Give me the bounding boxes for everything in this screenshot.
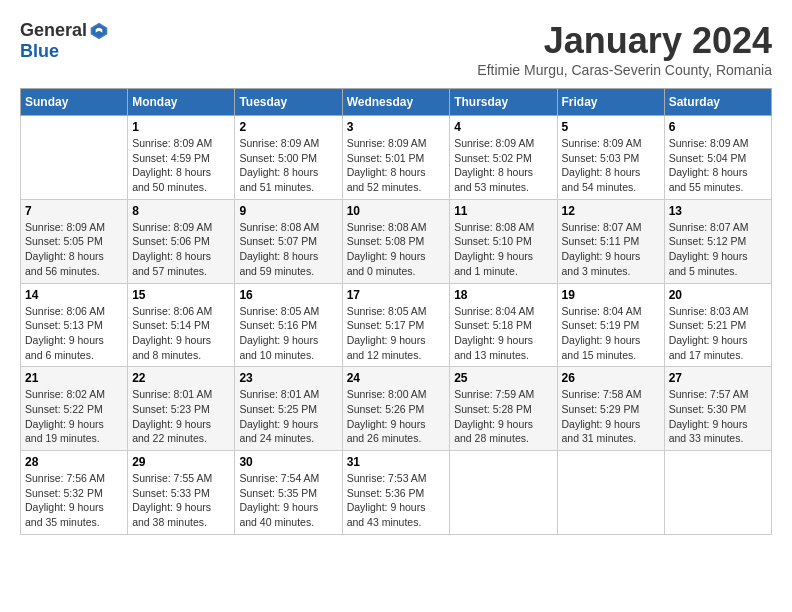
table-row: 17Sunrise: 8:05 AMSunset: 5:17 PMDayligh… (342, 283, 450, 367)
table-row: 13Sunrise: 8:07 AMSunset: 5:12 PMDayligh… (664, 199, 771, 283)
day-info: Sunrise: 8:09 AMSunset: 5:05 PMDaylight:… (25, 220, 123, 279)
day-info: Sunrise: 8:04 AMSunset: 5:19 PMDaylight:… (562, 304, 660, 363)
day-info: Sunrise: 7:53 AMSunset: 5:36 PMDaylight:… (347, 471, 446, 530)
day-number: 30 (239, 455, 337, 469)
day-info: Sunrise: 8:06 AMSunset: 5:13 PMDaylight:… (25, 304, 123, 363)
day-number: 15 (132, 288, 230, 302)
day-number: 6 (669, 120, 767, 134)
day-number: 2 (239, 120, 337, 134)
day-number: 29 (132, 455, 230, 469)
table-row (21, 116, 128, 200)
table-row: 8Sunrise: 8:09 AMSunset: 5:06 PMDaylight… (128, 199, 235, 283)
day-info: Sunrise: 8:09 AMSunset: 5:00 PMDaylight:… (239, 136, 337, 195)
day-number: 8 (132, 204, 230, 218)
day-number: 18 (454, 288, 552, 302)
table-row: 25Sunrise: 7:59 AMSunset: 5:28 PMDayligh… (450, 367, 557, 451)
logo-general-text: General (20, 20, 87, 41)
day-info: Sunrise: 8:09 AMSunset: 5:02 PMDaylight:… (454, 136, 552, 195)
calendar-week-row: 14Sunrise: 8:06 AMSunset: 5:13 PMDayligh… (21, 283, 772, 367)
day-info: Sunrise: 8:05 AMSunset: 5:17 PMDaylight:… (347, 304, 446, 363)
day-number: 4 (454, 120, 552, 134)
table-row: 28Sunrise: 7:56 AMSunset: 5:32 PMDayligh… (21, 451, 128, 535)
day-info: Sunrise: 8:00 AMSunset: 5:26 PMDaylight:… (347, 387, 446, 446)
day-info: Sunrise: 8:08 AMSunset: 5:08 PMDaylight:… (347, 220, 446, 279)
day-number: 23 (239, 371, 337, 385)
calendar-week-row: 1Sunrise: 8:09 AMSunset: 4:59 PMDaylight… (21, 116, 772, 200)
table-row: 22Sunrise: 8:01 AMSunset: 5:23 PMDayligh… (128, 367, 235, 451)
day-number: 22 (132, 371, 230, 385)
table-row: 6Sunrise: 8:09 AMSunset: 5:04 PMDaylight… (664, 116, 771, 200)
day-number: 14 (25, 288, 123, 302)
table-row (557, 451, 664, 535)
day-number: 12 (562, 204, 660, 218)
day-number: 26 (562, 371, 660, 385)
day-number: 28 (25, 455, 123, 469)
day-number: 9 (239, 204, 337, 218)
day-number: 11 (454, 204, 552, 218)
header-wednesday: Wednesday (342, 89, 450, 116)
day-info: Sunrise: 8:09 AMSunset: 5:04 PMDaylight:… (669, 136, 767, 195)
calendar-table: Sunday Monday Tuesday Wednesday Thursday… (20, 88, 772, 535)
day-info: Sunrise: 7:56 AMSunset: 5:32 PMDaylight:… (25, 471, 123, 530)
title-section: January 2024 Eftimie Murgu, Caras-Severi… (477, 20, 772, 78)
day-info: Sunrise: 8:08 AMSunset: 5:07 PMDaylight:… (239, 220, 337, 279)
table-row: 5Sunrise: 8:09 AMSunset: 5:03 PMDaylight… (557, 116, 664, 200)
calendar-week-row: 7Sunrise: 8:09 AMSunset: 5:05 PMDaylight… (21, 199, 772, 283)
table-row: 26Sunrise: 7:58 AMSunset: 5:29 PMDayligh… (557, 367, 664, 451)
header-monday: Monday (128, 89, 235, 116)
table-row: 27Sunrise: 7:57 AMSunset: 5:30 PMDayligh… (664, 367, 771, 451)
table-row: 1Sunrise: 8:09 AMSunset: 4:59 PMDaylight… (128, 116, 235, 200)
table-row: 14Sunrise: 8:06 AMSunset: 5:13 PMDayligh… (21, 283, 128, 367)
header-thursday: Thursday (450, 89, 557, 116)
table-row: 16Sunrise: 8:05 AMSunset: 5:16 PMDayligh… (235, 283, 342, 367)
table-row: 2Sunrise: 8:09 AMSunset: 5:00 PMDaylight… (235, 116, 342, 200)
logo-icon (89, 21, 109, 41)
logo-blue-text: Blue (20, 41, 59, 62)
calendar-week-row: 28Sunrise: 7:56 AMSunset: 5:32 PMDayligh… (21, 451, 772, 535)
day-info: Sunrise: 7:55 AMSunset: 5:33 PMDaylight:… (132, 471, 230, 530)
day-info: Sunrise: 7:54 AMSunset: 5:35 PMDaylight:… (239, 471, 337, 530)
logo: General Blue (20, 20, 109, 62)
day-number: 21 (25, 371, 123, 385)
day-number: 25 (454, 371, 552, 385)
page-header: General Blue January 2024 Eftimie Murgu,… (20, 20, 772, 78)
day-info: Sunrise: 8:09 AMSunset: 5:06 PMDaylight:… (132, 220, 230, 279)
day-number: 13 (669, 204, 767, 218)
header-friday: Friday (557, 89, 664, 116)
day-number: 24 (347, 371, 446, 385)
table-row: 30Sunrise: 7:54 AMSunset: 5:35 PMDayligh… (235, 451, 342, 535)
day-number: 1 (132, 120, 230, 134)
table-row: 23Sunrise: 8:01 AMSunset: 5:25 PMDayligh… (235, 367, 342, 451)
table-row: 3Sunrise: 8:09 AMSunset: 5:01 PMDaylight… (342, 116, 450, 200)
month-title: January 2024 (477, 20, 772, 62)
table-row: 4Sunrise: 8:09 AMSunset: 5:02 PMDaylight… (450, 116, 557, 200)
day-number: 7 (25, 204, 123, 218)
day-number: 31 (347, 455, 446, 469)
table-row: 11Sunrise: 8:08 AMSunset: 5:10 PMDayligh… (450, 199, 557, 283)
day-number: 5 (562, 120, 660, 134)
day-info: Sunrise: 8:02 AMSunset: 5:22 PMDaylight:… (25, 387, 123, 446)
header-saturday: Saturday (664, 89, 771, 116)
table-row: 19Sunrise: 8:04 AMSunset: 5:19 PMDayligh… (557, 283, 664, 367)
table-row: 15Sunrise: 8:06 AMSunset: 5:14 PMDayligh… (128, 283, 235, 367)
table-row: 24Sunrise: 8:00 AMSunset: 5:26 PMDayligh… (342, 367, 450, 451)
day-info: Sunrise: 8:04 AMSunset: 5:18 PMDaylight:… (454, 304, 552, 363)
calendar-header-row: Sunday Monday Tuesday Wednesday Thursday… (21, 89, 772, 116)
table-row: 12Sunrise: 8:07 AMSunset: 5:11 PMDayligh… (557, 199, 664, 283)
table-row: 20Sunrise: 8:03 AMSunset: 5:21 PMDayligh… (664, 283, 771, 367)
day-info: Sunrise: 7:58 AMSunset: 5:29 PMDaylight:… (562, 387, 660, 446)
subtitle: Eftimie Murgu, Caras-Severin County, Rom… (477, 62, 772, 78)
day-info: Sunrise: 7:59 AMSunset: 5:28 PMDaylight:… (454, 387, 552, 446)
table-row: 9Sunrise: 8:08 AMSunset: 5:07 PMDaylight… (235, 199, 342, 283)
header-tuesday: Tuesday (235, 89, 342, 116)
header-sunday: Sunday (21, 89, 128, 116)
day-number: 19 (562, 288, 660, 302)
day-info: Sunrise: 8:08 AMSunset: 5:10 PMDaylight:… (454, 220, 552, 279)
day-info: Sunrise: 8:01 AMSunset: 5:25 PMDaylight:… (239, 387, 337, 446)
day-info: Sunrise: 7:57 AMSunset: 5:30 PMDaylight:… (669, 387, 767, 446)
table-row: 31Sunrise: 7:53 AMSunset: 5:36 PMDayligh… (342, 451, 450, 535)
day-number: 27 (669, 371, 767, 385)
calendar-week-row: 21Sunrise: 8:02 AMSunset: 5:22 PMDayligh… (21, 367, 772, 451)
day-info: Sunrise: 8:07 AMSunset: 5:11 PMDaylight:… (562, 220, 660, 279)
day-info: Sunrise: 8:01 AMSunset: 5:23 PMDaylight:… (132, 387, 230, 446)
